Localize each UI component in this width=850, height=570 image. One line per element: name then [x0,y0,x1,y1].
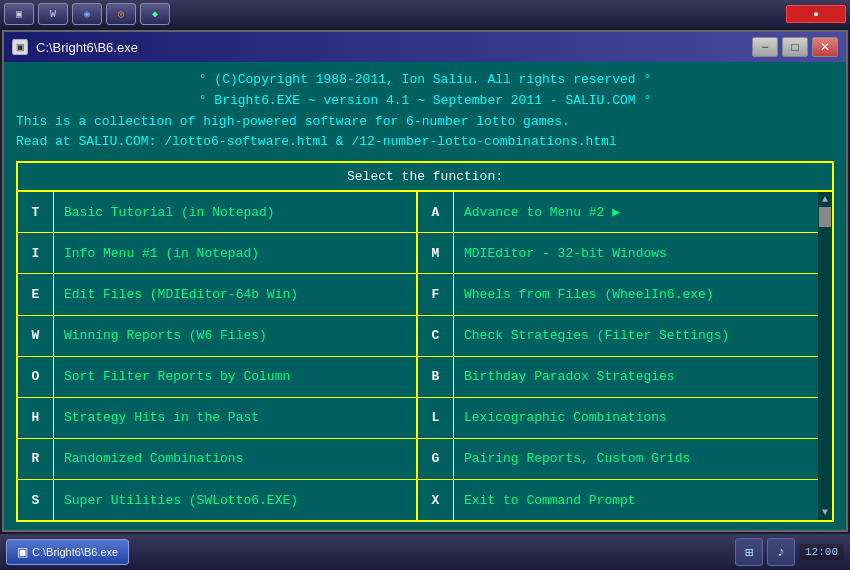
scrollbar[interactable]: ▲ ▼ [818,192,832,520]
minimize-button[interactable]: − [752,37,778,57]
taskbar-top: ▣ W ◉ ◎ ◆ ● [0,0,850,28]
system-tray: 12:00 [799,544,844,560]
taskbar-window-button[interactable]: ▣ C:\Bright6\B6.exe [6,539,129,565]
menu-label-i: Info Menu #1 (in Notepad) [54,242,416,265]
menu-row[interactable]: XExit to Command Prompt [418,480,818,520]
menu-label-e: Edit Files (MDIEditor-64b Win) [54,283,416,306]
menu-row[interactable]: WWinning Reports (W6 Files) [18,316,416,357]
menu-left-column: TBasic Tutorial (in Notepad)IInfo Menu #… [18,192,418,520]
menu-row[interactable]: MMDIEditor - 32-bit Windows [418,233,818,274]
menu-row[interactable]: SSuper Utilities (SWLotto6.EXE) [18,480,416,520]
header-text: ° (C)Copyright 1988-2011, Ion Saliu. All… [16,70,834,153]
menu-key-s: S [18,480,54,520]
menu-label-r: Randomized Combinations [54,447,416,470]
maximize-button[interactable]: □ [782,37,808,57]
volume-icon[interactable]: ♪ [767,538,795,566]
menu-label-h: Strategy Hits in the Past [54,406,416,429]
menu-row[interactable]: HStrategy Hits in the Past [18,398,416,439]
copyright-line2: ° Bright6.EXE ~ version 4.1 ~ September … [16,91,834,112]
menu-right-column: AAdvance to Menu #2 ▶MMDIEditor - 32-bit… [418,192,818,520]
description-line2: Read at SALIU.COM: /lotto6-software.html… [16,132,834,153]
menu-row[interactable]: CCheck Strategies (Filter Settings) [418,316,818,357]
taskbar-top-item-1[interactable]: ▣ [4,3,34,25]
menu-label-l: Lexicographic Combinations [454,406,818,429]
menu-label-s: Super Utilities (SWLotto6.EXE) [54,489,416,512]
taskbar-top-item-5[interactable]: ◆ [140,3,170,25]
copyright-line1: ° (C)Copyright 1988-2011, Ion Saliu. All… [16,70,834,91]
menu-label-o: Sort Filter Reports by Column [54,365,416,388]
menu-key-e: E [18,274,54,314]
menu-label-b: Birthday Paradox Strategies [454,365,818,388]
menu-key-c: C [418,316,454,356]
menu-label-t: Basic Tutorial (in Notepad) [54,201,416,224]
time-display: 12:00 [805,546,838,558]
menu-key-i: I [18,233,54,273]
menu-key-h: H [18,398,54,438]
window-icon: ▣ [12,39,28,55]
taskbar-top-item-4[interactable]: ◎ [106,3,136,25]
menu-row[interactable]: OSort Filter Reports by Column [18,357,416,398]
taskbar-window-label: C:\Bright6\B6.exe [32,546,118,558]
title-bar: ▣ C:\Bright6\B6.exe − □ ✕ [4,32,846,62]
menu-row[interactable]: GPairing Reports, Custom Grids [418,439,818,480]
menu-key-w: W [18,316,54,356]
network-icon[interactable]: ⊞ [735,538,763,566]
description-line1: This is a collection of high-powered sof… [16,112,834,133]
menu-key-b: B [418,357,454,397]
menu-label-m: MDIEditor - 32-bit Windows [454,242,818,265]
menu-row[interactable]: IInfo Menu #1 (in Notepad) [18,233,416,274]
title-controls: − □ ✕ [752,37,838,57]
menu-label-g: Pairing Reports, Custom Grids [454,447,818,470]
taskbar-top-item-2[interactable]: W [38,3,68,25]
menu-key-r: R [18,439,54,479]
taskbar-icons: ⊞ ♪ [735,538,795,566]
taskbar-window-icon: ▣ [17,545,28,559]
menu-row[interactable]: RRandomized Combinations [18,439,416,480]
menu-row[interactable]: BBirthday Paradox Strategies [418,357,818,398]
main-window: ▣ C:\Bright6\B6.exe − □ ✕ ° (C)Copyright… [2,30,848,532]
menu-key-x: X [418,480,454,520]
menu-box: Select the function: TBasic Tutorial (in… [16,161,834,522]
menu-row[interactable]: EEdit Files (MDIEditor-64b Win) [18,274,416,315]
menu-key-f: F [418,274,454,314]
menu-key-g: G [418,439,454,479]
menu-key-a: A [418,192,454,232]
menu-label-c: Check Strategies (Filter Settings) [454,324,818,347]
menu-label-f: Wheels from Files (WheelIn6.exe) [454,283,818,306]
menu-label-x: Exit to Command Prompt [454,489,818,512]
menu-label-a: Advance to Menu #2 ▶ [454,200,818,224]
window-title: C:\Bright6\B6.exe [36,40,138,55]
taskbar-bottom: ▣ C:\Bright6\B6.exe ⊞ ♪ 12:00 [0,534,850,570]
menu-key-o: O [18,357,54,397]
console-content: ° (C)Copyright 1988-2011, Ion Saliu. All… [4,62,846,530]
menu-row[interactable]: FWheels from Files (WheelIn6.exe) [418,274,818,315]
menu-key-t: T [18,192,54,232]
close-button[interactable]: ✕ [812,37,838,57]
menu-key-l: L [418,398,454,438]
menu-grid: TBasic Tutorial (in Notepad)IInfo Menu #… [18,192,818,520]
scrollbar-thumb[interactable] [819,207,831,227]
menu-title: Select the function: [18,163,832,192]
taskbar-top-item-3[interactable]: ◉ [72,3,102,25]
menu-label-w: Winning Reports (W6 Files) [54,324,416,347]
menu-key-m: M [418,233,454,273]
menu-row[interactable]: LLexicographic Combinations [418,398,818,439]
menu-row[interactable]: TBasic Tutorial (in Notepad) [18,192,416,233]
menu-row[interactable]: AAdvance to Menu #2 ▶ [418,192,818,233]
